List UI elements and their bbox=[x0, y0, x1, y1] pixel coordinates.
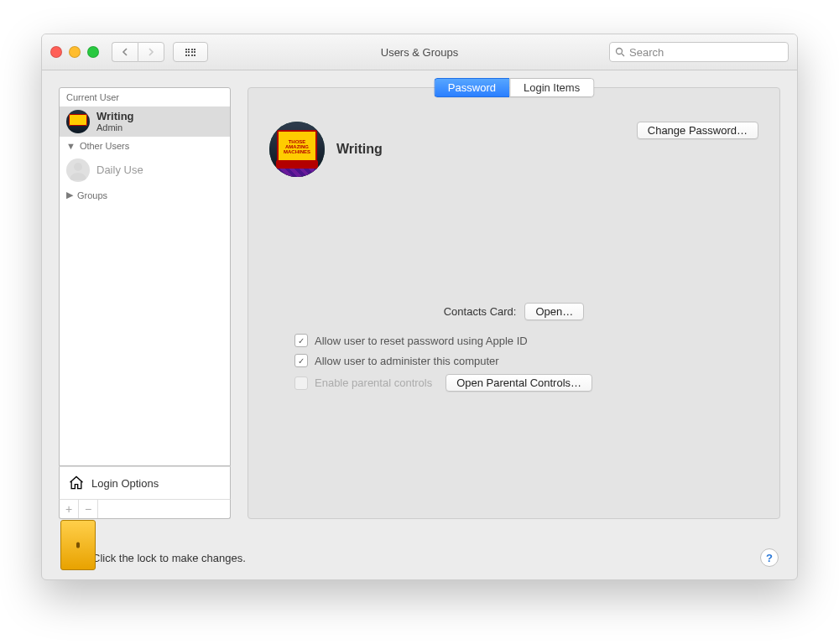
login-options-row[interactable]: Login Options bbox=[59, 466, 231, 499]
open-parental-controls-button[interactable]: Open Parental Controls… bbox=[446, 374, 592, 392]
back-button[interactable] bbox=[112, 42, 138, 62]
current-user-role: Admin bbox=[96, 122, 134, 132]
user-silhouette-icon bbox=[68, 160, 88, 180]
tab-login-items[interactable]: Login Items bbox=[509, 78, 594, 97]
current-user-avatar bbox=[66, 110, 90, 133]
search-placeholder: Search bbox=[629, 46, 664, 59]
search-field[interactable]: Search bbox=[609, 42, 789, 62]
show-all-button[interactable] bbox=[173, 42, 208, 62]
grid-icon bbox=[185, 49, 196, 56]
content-area: Current User Writing Admin ▼ Other Users bbox=[42, 70, 797, 536]
other-user-avatar bbox=[66, 158, 90, 182]
triangle-right-icon: ▶ bbox=[66, 190, 73, 200]
contacts-card-label: Contacts Card: bbox=[444, 305, 517, 318]
panel-tabs: Password Login Items bbox=[434, 78, 594, 97]
parental-controls-label: Enable parental controls bbox=[315, 377, 432, 389]
svg-point-0 bbox=[617, 49, 623, 55]
footer: Click the lock to make changes. ? bbox=[42, 536, 797, 579]
house-icon bbox=[68, 475, 85, 491]
profile-row: THOSE AMAZING MACHINES Writing Change Pa… bbox=[269, 122, 758, 177]
add-remove-bar: + − bbox=[59, 499, 231, 519]
close-window-button[interactable] bbox=[50, 46, 62, 58]
change-password-button[interactable]: Change Password… bbox=[637, 122, 758, 139]
other-user-name: Daily Use bbox=[96, 164, 143, 176]
groups-disclosure[interactable]: ▶ Groups bbox=[60, 185, 230, 205]
open-contacts-button[interactable]: Open… bbox=[524, 303, 584, 320]
help-button[interactable]: ? bbox=[760, 548, 779, 567]
prefs-window: Users & Groups Search Current User Writi… bbox=[41, 34, 798, 580]
parental-controls-row: Enable parental controls Open Parental C… bbox=[294, 374, 758, 392]
checkbox-checked-icon bbox=[294, 334, 308, 347]
checkbox-unchecked-icon bbox=[294, 377, 308, 390]
titlebar: Users & Groups Search bbox=[42, 34, 797, 70]
remove-user-button[interactable]: − bbox=[79, 500, 98, 518]
allow-reset-appleid-label: Allow user to reset password using Apple… bbox=[315, 335, 528, 347]
other-users-disclosure[interactable]: ▼ Other Users bbox=[60, 137, 230, 155]
svg-point-2 bbox=[74, 163, 82, 171]
lock-hint-text: Click the lock to make changes. bbox=[92, 552, 246, 564]
sidebar: Current User Writing Admin ▼ Other Users bbox=[59, 87, 231, 519]
lock-button[interactable] bbox=[60, 545, 82, 570]
tab-password[interactable]: Password bbox=[434, 78, 509, 97]
other-users-label: Other Users bbox=[80, 141, 129, 151]
allow-reset-appleid-row[interactable]: Allow user to reset password using Apple… bbox=[294, 334, 758, 347]
avatar-caption: THOSE AMAZING MACHINES bbox=[277, 130, 317, 164]
current-user-header: Current User bbox=[60, 88, 230, 106]
profile-name: Writing bbox=[336, 142, 383, 157]
window-controls bbox=[50, 46, 99, 58]
zoom-window-button[interactable] bbox=[87, 46, 99, 58]
detail-panel: Password Login Items THOSE AMAZING MACHI… bbox=[248, 87, 780, 519]
search-icon bbox=[615, 47, 625, 57]
other-user-row[interactable]: Daily Use bbox=[60, 155, 230, 185]
svg-line-1 bbox=[622, 54, 624, 56]
allow-administer-row[interactable]: Allow user to administer this computer bbox=[294, 354, 758, 367]
allow-administer-label: Allow user to administer this computer bbox=[315, 355, 499, 367]
minimize-window-button[interactable] bbox=[69, 46, 81, 58]
triangle-down-icon: ▼ bbox=[66, 141, 76, 151]
chevron-right-icon bbox=[148, 48, 154, 56]
profile-avatar[interactable]: THOSE AMAZING MACHINES bbox=[269, 122, 325, 177]
user-list: Current User Writing Admin ▼ Other Users bbox=[59, 87, 231, 466]
groups-label: Groups bbox=[77, 190, 107, 200]
add-user-button[interactable]: + bbox=[60, 500, 79, 518]
nav-back-forward bbox=[112, 42, 164, 62]
checkbox-checked-icon bbox=[294, 354, 308, 367]
chevron-left-icon bbox=[122, 48, 128, 56]
contacts-card-row: Contacts Card: Open… bbox=[269, 303, 758, 320]
login-options-label: Login Options bbox=[91, 477, 159, 490]
forward-button[interactable] bbox=[138, 42, 164, 62]
current-user-name: Writing bbox=[96, 111, 134, 122]
current-user-row[interactable]: Writing Admin bbox=[60, 106, 230, 137]
